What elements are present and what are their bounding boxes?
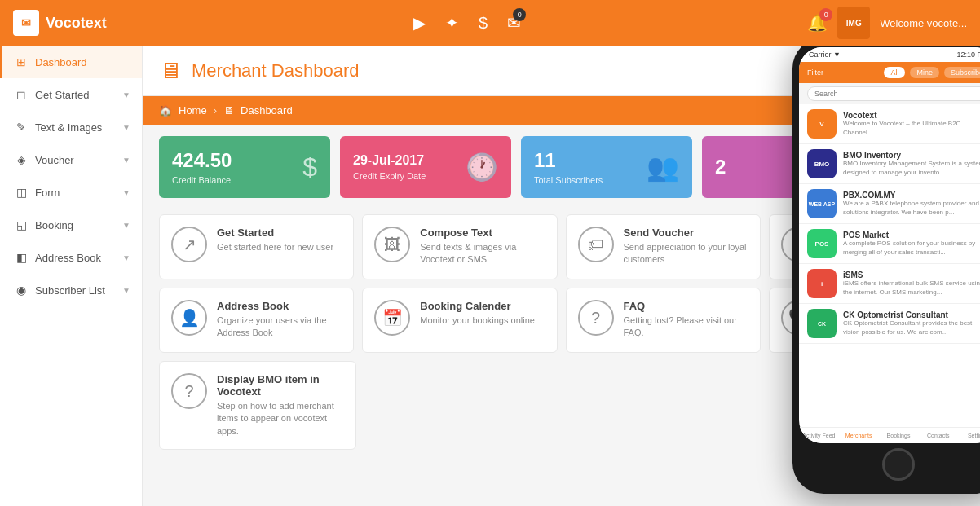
chevron-icon: ▼ <box>122 90 130 99</box>
sidebar-item-get-started[interactable]: ◻ Get Started ▼ <box>0 78 142 111</box>
pos-logo: POS <box>807 229 837 258</box>
total-subscribers-card[interactable]: 11 Total Subscribers 👥 <box>521 136 692 198</box>
bmo-inventory-logo: BMO <box>807 149 837 178</box>
compose-text-icon: 🖼 <box>374 227 410 262</box>
compose-text-card[interactable]: 🖼 Compose Text Send texts & images via V… <box>362 214 557 279</box>
pbx-desc: We are a PABX telephone system provider … <box>843 200 980 217</box>
chevron-icon: ▼ <box>122 156 130 165</box>
phone-tab-all[interactable]: All <box>884 67 905 78</box>
booking-calendar-desc: Monitor your bookings online <box>420 315 535 327</box>
phone-tab-mine[interactable]: Mine <box>910 67 939 78</box>
phone-list-item[interactable]: BMO BMO Inventory BMO Inventory Manageme… <box>799 144 980 184</box>
notif-badge: 0 <box>819 8 832 21</box>
phone-tab-subscribe[interactable]: Subscribe <box>944 67 980 78</box>
sidebar-item-booking[interactable]: ◱ Booking ▼ <box>0 209 142 241</box>
sidebar-item-subscriber-list[interactable]: ◉ Subscriber List ▼ <box>0 274 142 306</box>
phone-list-item[interactable]: WEB ASP PBX.COM.MY We are a PABX telepho… <box>799 184 980 224</box>
phone-carrier: Carrier ▼ <box>809 51 841 59</box>
sidebar-item-form[interactable]: ◫ Form ▼ <box>0 176 142 209</box>
chevron-icon: ▼ <box>122 123 130 132</box>
faq-desc: Getting lost? Please visit our FAQ. <box>624 315 748 340</box>
breadcrumb-separator: › <box>214 104 217 117</box>
send-voucher-title: Send Voucher <box>624 227 748 239</box>
bmo-icon: ? <box>171 373 207 409</box>
send-voucher-card[interactable]: 🏷 Send Voucher Send appreciation to your… <box>566 214 761 279</box>
dollar-icon[interactable]: $ <box>479 14 488 33</box>
main-content: 🖥 Merchant Dashboard ⠿ ? 🏠 Home › 🖥 Dash… <box>143 46 980 506</box>
address-book-icon: ◧ <box>14 251 29 264</box>
booking-calendar-card[interactable]: 📅 Booking Calender Monitor your bookings… <box>362 288 557 353</box>
compose-text-desc: Send texts & images via Vocotext or SMS <box>420 241 545 266</box>
phone-nav-settings[interactable]: Settings <box>958 431 980 440</box>
get-started-card[interactable]: ↗ Get Started Get started here for new u… <box>159 214 354 279</box>
phone-header: Filter All Mine Subscribe <box>799 62 980 83</box>
credit-expiry-label: Credit Expiry Date <box>353 171 426 181</box>
text-images-icon: ✎ <box>14 121 29 134</box>
breadcrumb-home[interactable]: Home <box>179 104 207 117</box>
notification-bell[interactable]: 🔔 0 <box>807 13 828 33</box>
booking-calendar-title: Booking Calender <box>420 300 535 312</box>
sidebar-item-address-book[interactable]: ◧ Address Book ▼ <box>0 241 142 274</box>
get-started-card-title: Get Started <box>217 227 333 239</box>
credit-expiry-icon: 🕐 <box>466 152 498 183</box>
phone-search-input[interactable] <box>807 86 980 101</box>
phone-list-item[interactable]: POS POS Market A complete POS solution f… <box>799 224 980 264</box>
pbx-name: PBX.COM.MY <box>843 191 980 200</box>
sidebar-item-label: Subscriber List <box>35 284 105 297</box>
phone-screen: Carrier ▼ 12:10 PM Filter All Mine Subsc… <box>799 47 980 443</box>
bmo-card[interactable]: ? Display BMO item in Vocotext Step on h… <box>159 361 356 450</box>
sidebar: ⊞ Dashboard ◻ Get Started ▼ ✎ Text & Ima… <box>0 46 143 506</box>
isms-name: iSMS <box>843 271 980 279</box>
send-voucher-icon: 🏷 <box>578 227 614 262</box>
pos-desc: A complete POS solution for your busines… <box>843 240 980 257</box>
sidebar-item-label: Address Book <box>35 252 101 264</box>
booking-icon: ◱ <box>14 218 29 231</box>
phone-tabs: All Mine Subscribe <box>884 67 980 78</box>
address-book-card-desc: Organize your users via the Address Book <box>217 315 342 340</box>
credit-balance-label: Credit Balance <box>172 175 232 185</box>
phone-nav-merchants[interactable]: Merchants <box>839 431 879 440</box>
bmo-title: Display BMO item in Vocotext <box>217 373 344 398</box>
sidebar-item-label: Form <box>35 187 60 199</box>
credit-balance-card[interactable]: 424.50 Credit Balance $ <box>159 136 330 198</box>
settings-icon[interactable]: ✦ <box>445 13 459 33</box>
page-title: Merchant Dashboard <box>192 60 359 81</box>
sidebar-item-dashboard[interactable]: ⊞ Dashboard <box>0 46 142 78</box>
ck-desc: CK Optometrist Consultant provides the b… <box>843 319 980 337</box>
sidebar-item-label: Dashboard <box>35 56 87 68</box>
dashboard-icon: ⊞ <box>14 55 29 68</box>
get-started-card-desc: Get started here for new user <box>217 241 333 253</box>
sidebar-item-text-images[interactable]: ✎ Text & Images ▼ <box>0 111 142 143</box>
send-voucher-desc: Send appreciation to your loyal customer… <box>624 241 748 266</box>
address-book-card-title: Address Book <box>217 300 342 312</box>
user-avatar: IMG <box>837 7 870 39</box>
credit-expiry-card[interactable]: 29-Jul-2017 Credit Expiry Date 🕐 <box>340 136 511 198</box>
phone-nav-activity[interactable]: Activity Feed <box>799 431 839 440</box>
phone-nav-contacts[interactable]: Contacts <box>918 431 958 440</box>
address-book-card[interactable]: 👤 Address Book Organize your users via t… <box>159 288 354 353</box>
home-icon: 🏠 <box>159 104 172 117</box>
faq-card[interactable]: ? FAQ Getting lost? Please visit our FAQ… <box>566 288 761 353</box>
phone-nav-bookings[interactable]: Bookings <box>879 431 919 440</box>
app-logo[interactable]: ✉ Vocotext <box>13 10 127 36</box>
phone-home-button[interactable] <box>882 448 915 481</box>
sidebar-item-voucher[interactable]: ◈ Voucher ▼ <box>0 143 142 176</box>
subscriber-icon: ◉ <box>14 284 29 297</box>
phone-list-item[interactable]: V Vocotext Welcome to Vocotext – the Ult… <box>799 104 980 144</box>
get-started-card-icon: ↗ <box>171 227 207 262</box>
faq-title: FAQ <box>624 300 748 312</box>
voucher-icon: ◈ <box>14 153 29 166</box>
credit-balance-icon: $ <box>302 152 317 183</box>
sidebar-item-label: Text & Images <box>35 121 102 134</box>
isms-desc: iSMS offers international bulk SMS servi… <box>843 279 980 297</box>
logo-icon: ✉ <box>13 10 39 36</box>
phone-list-item[interactable]: i iSMS iSMS offers international bulk SM… <box>799 264 980 304</box>
compose-text-title: Compose Text <box>420 227 545 239</box>
phone-mockup: Carrier ▼ 12:10 PM Filter All Mine Subsc… <box>792 46 980 494</box>
mail-icon[interactable]: ✉ 0 <box>507 13 521 33</box>
phone-merchant-list: V Vocotext Welcome to Vocotext – the Ult… <box>799 104 980 427</box>
play-icon[interactable]: ▶ <box>413 13 426 33</box>
phone-filter-label[interactable]: Filter <box>807 68 823 77</box>
phone-time: 12:10 PM <box>956 51 980 59</box>
phone-list-item[interactable]: CK CK Optometrist Consultant CK Optometr… <box>799 304 980 344</box>
